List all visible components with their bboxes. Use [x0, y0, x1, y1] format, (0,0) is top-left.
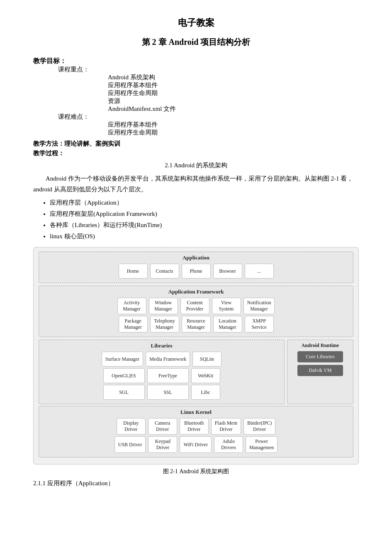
runtime-layer: Android Runtime Core Libraries Dalvik VM [287, 340, 353, 404]
body-text-1: Android 作为一个移动设备的开发平台，其系统架构和其他操作系统一样，采用了… [33, 174, 359, 195]
teaching-goal-label: 教学目标： [33, 57, 66, 64]
fw-resource-manager: ResourceManager [182, 316, 211, 333]
kernel-keypad-driver: KeypadDriver [148, 436, 177, 453]
lib-media-framework: Media Framework [146, 352, 190, 367]
runtime-title: Android Runtime [302, 342, 339, 349]
dalvik-vm-btn: Dalvik VM [297, 365, 343, 376]
teaching-method-label: 教学方法： [33, 140, 64, 147]
teaching-method: 教学方法：理论讲解、案例实训 [33, 140, 359, 148]
framework-layer: Application Framework ActivityManager Wi… [39, 286, 353, 337]
kernel-wifi-driver: WiFi Driver [180, 436, 212, 453]
app-phone: Phone [182, 264, 211, 279]
app-more: ... [245, 264, 274, 279]
application-layer: Application Home Contacts Phone Browser … [39, 252, 353, 283]
libraries-layer: Libraries Surface Manager Media Framewor… [39, 340, 285, 404]
app-browser: Browser [213, 264, 242, 279]
bullet-item-3: linux 核心层(OS) [50, 231, 359, 242]
kernel-camera-driver: CameraDriver [148, 418, 177, 435]
application-layer-title: Application [42, 254, 350, 261]
app-home: Home [119, 264, 148, 279]
course-focus-item-4: AndroidManifest.xml 文件 [108, 105, 359, 113]
course-difficulty-item-0: 应用程序基本组件 [108, 121, 359, 129]
kernel-title: Linux Kernel [42, 409, 350, 416]
teaching-method-value: 理论讲解、案例实训 [64, 140, 120, 147]
fw-location-manager: LocationManager [213, 316, 242, 333]
framework-layer-title: Application Framework [42, 289, 350, 295]
bullet-list: 应用程序层（Application） 应用程序框架层(Application F… [50, 197, 359, 242]
fw-view-system: ViewSystem [212, 298, 241, 314]
diagram-caption: 图 2-1 Android 系统架构图 [33, 468, 359, 475]
lib-row2: OpenGL|ES FreeType WebKit [42, 368, 281, 383]
course-focus-item-3: 资源 [108, 97, 359, 105]
chapter-title: 第 2 章 Android 项目结构分析 [33, 37, 359, 48]
fw-content-provider: ContentProvider [180, 298, 209, 314]
lib-webkit: WebKit [191, 368, 220, 383]
kernel-usb-driver: USB Driver [114, 436, 146, 453]
course-focus-item-1: 应用程序基本组件 [108, 81, 359, 89]
app-contacts: Contacts [150, 264, 179, 279]
kernel-power-management: PowerManagemen [246, 436, 278, 453]
bullet-item-1: 应用程序框架层(Application Framework) [50, 208, 359, 220]
framework-row1: ActivityManager WindowManager ContentPro… [42, 298, 350, 314]
lib-surface-manager: Surface Manager [102, 352, 143, 367]
lib-freetype: FreeType [147, 368, 189, 383]
page-title: 电子教案 [33, 17, 359, 29]
lib-libc: Libc [191, 385, 220, 400]
course-difficulty-label: 课程难点： [58, 113, 89, 120]
kernel-binder-driver: Binder(IPC)Driver [243, 418, 275, 435]
lib-sgl: SGL [103, 385, 145, 400]
lib-row1: Surface Manager Media Framework SQLite [42, 352, 281, 367]
fw-notification-manager: NotificationManager [243, 298, 275, 314]
fw-activity-manager: ActivityManager [117, 298, 146, 314]
kernel-row1: DisplayDriver CameraDriver BluetoothDriv… [42, 418, 350, 435]
section-21-title: 2.1 Android 的系统架构 [33, 161, 359, 169]
lib-opengl: OpenGL|ES [103, 368, 145, 383]
section-211: 2.1.1 应用程序（Application） [33, 479, 359, 487]
kernel-adulo-drivers: AduloDrivers [214, 436, 243, 453]
kernel-bluetooth-driver: BluetoothDriver [180, 418, 209, 435]
course-focus-item-0: Android 系统架构 [108, 73, 359, 81]
architecture-diagram: Application Home Contacts Phone Browser … [33, 247, 359, 465]
kernel-display-driver: DisplayDriver [117, 418, 146, 435]
course-focus-item-2: 应用程序生命周期 [108, 89, 359, 97]
framework-row2: PackageManager TelephonyManager Resource… [42, 316, 350, 333]
lib-row3: SGL SSL Libc [42, 385, 281, 400]
fw-telephony-manager: TelephonyManager [150, 316, 179, 333]
fw-window-manager: WindowManager [149, 298, 178, 314]
fw-package-manager: PackageManager [119, 316, 148, 333]
kernel-row2: USB Driver KeypadDriver WiFi Driver Adul… [42, 436, 350, 453]
course-difficulty-item-1: 应用程序生命周期 [108, 129, 359, 137]
libraries-title: Libraries [42, 342, 281, 349]
course-focus-label: 课程重点： [58, 66, 89, 73]
bullet-item-2: 各种库（Libraries）和运行环境(RunTime) [50, 220, 359, 231]
fw-xmpp-service: XMPPService [245, 316, 274, 333]
lib-ssl: SSL [147, 385, 189, 400]
app-row: Home Contacts Phone Browser ... [42, 264, 350, 279]
lib-sqlite: SQLite [192, 352, 222, 367]
kernel-layer: Linux Kernel DisplayDriver CameraDriver … [39, 406, 353, 457]
libraries-runtime-row: Libraries Surface Manager Media Framewor… [39, 340, 353, 404]
teaching-process-label: 教学过程： [33, 149, 359, 157]
bullet-item-0: 应用程序层（Application） [50, 197, 359, 208]
core-libraries-btn: Core Libraries [297, 351, 343, 362]
kernel-flash-mem-driver: Flash MemDriver [211, 418, 241, 435]
